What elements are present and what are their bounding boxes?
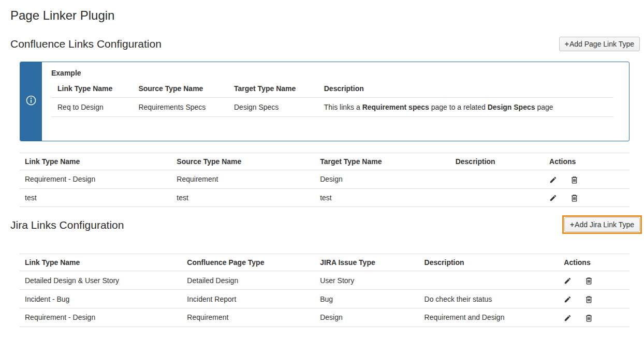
info-panel-content: Example Link Type Name Source Type Name … (42, 62, 629, 141)
column-header-link-type: Link Type Name (51, 79, 132, 98)
add-page-link-type-button[interactable]: + Add Page Link Type (559, 37, 640, 51)
table-row: Requirement - Design Requirement Design … (20, 308, 630, 327)
example-table: Link Type Name Source Type Name Target T… (51, 79, 613, 117)
column-header-page-type: Confluence Page Type (182, 254, 315, 271)
delete-icon[interactable] (585, 296, 593, 303)
column-header-description: Description (318, 79, 613, 98)
edit-icon[interactable] (564, 296, 572, 303)
cell-actions (544, 170, 630, 188)
cell-issue-type: Bug (315, 290, 419, 308)
column-header-target-type: Target Type Name (228, 79, 318, 98)
cell-actions (559, 271, 630, 290)
cell-link-type: Incident - Bug (20, 290, 182, 308)
cell-issue-type: User Story (315, 271, 419, 290)
table-row: Detailed Design & User Story Detailed De… (20, 271, 630, 290)
cell-target-type: test (315, 188, 450, 207)
cell-source-type: Requirements Specs (132, 97, 228, 116)
example-heading: Example (51, 69, 613, 77)
cell-actions (544, 188, 630, 207)
cell-link-type: test (20, 188, 171, 207)
table-header-row: Link Type Name Source Type Name Target T… (20, 153, 630, 170)
cell-link-type: Requirement - Design (20, 170, 171, 188)
cell-description (450, 170, 544, 188)
add-page-link-type-label: Add Page Link Type (569, 40, 634, 48)
cell-actions (559, 308, 630, 327)
jira-section-heading: Jira Links Configuration (10, 218, 124, 231)
info-panel: Example Link Type Name Source Type Name … (20, 62, 630, 141)
column-header-source-type: Source Type Name (171, 153, 315, 170)
delete-icon[interactable] (585, 314, 593, 322)
column-header-link-type: Link Type Name (20, 153, 171, 170)
edit-icon[interactable] (549, 176, 557, 184)
example-header-row: Link Type Name Source Type Name Target T… (51, 79, 613, 98)
cell-page-type: Requirement (182, 308, 315, 327)
jira-links-table: Link Type Name Confluence Page Type JIRA… (20, 254, 630, 327)
info-panel-sidebar (20, 62, 42, 141)
confluence-links-table: Link Type Name Source Type Name Target T… (20, 153, 630, 208)
table-header-row: Link Type Name Confluence Page Type JIRA… (20, 254, 630, 271)
table-row: Requirement - Design Requirement Design (20, 170, 630, 188)
cell-target-type: Design Specs (228, 97, 318, 116)
cell-description: Do check their status (419, 290, 559, 308)
delete-icon[interactable] (570, 194, 578, 202)
cell-actions (559, 290, 630, 308)
cell-description: This links a Requirement specs page to a… (318, 97, 613, 116)
plus-icon: + (570, 220, 574, 229)
plus-icon: + (565, 40, 569, 48)
delete-icon[interactable] (585, 277, 593, 285)
column-header-description: Description (450, 153, 544, 170)
column-header-issue-type: JIRA Issue Type (315, 254, 419, 271)
column-header-target-type: Target Type Name (315, 153, 450, 170)
example-row: Req to Design Requirements Specs Design … (51, 97, 613, 116)
cell-source-type: Requirement (171, 170, 315, 188)
cell-link-type: Requirement - Design (20, 308, 182, 327)
cell-description (419, 271, 559, 290)
edit-icon[interactable] (564, 277, 572, 285)
table-row: Incident - Bug Incident Report Bug Do ch… (20, 290, 630, 308)
column-header-actions: Actions (544, 153, 630, 170)
add-jira-link-type-button[interactable]: + Add Jira Link Type (564, 217, 640, 232)
table-row: test test test (20, 188, 630, 207)
page-title: Page Linker Plugin (10, 8, 640, 23)
cell-target-type: Design (315, 170, 450, 188)
cell-description: Requirement and Design (419, 308, 559, 327)
column-header-link-type: Link Type Name (20, 254, 182, 271)
add-jira-link-type-label: Add Jira Link Type (575, 220, 634, 229)
edit-icon[interactable] (549, 194, 557, 202)
column-header-description: Description (419, 254, 559, 271)
cell-link-type: Req to Design (51, 97, 132, 116)
confluence-section-heading: Confluence Links Configuration (10, 37, 162, 50)
confluence-section-header: Confluence Links Configuration + Add Pag… (10, 37, 640, 51)
cell-source-type: test (171, 188, 315, 207)
column-header-source-type: Source Type Name (132, 79, 228, 98)
cell-issue-type: Design (315, 308, 419, 327)
jira-section-header: Jira Links Configuration + Add Jira Link… (10, 215, 640, 234)
edit-icon[interactable] (564, 314, 572, 322)
cell-description (450, 188, 544, 207)
highlight-outline: + Add Jira Link Type (562, 215, 642, 234)
column-header-actions: Actions (559, 254, 630, 271)
info-icon (25, 95, 37, 108)
cell-page-type: Detailed Design (182, 271, 315, 290)
cell-page-type: Incident Report (182, 290, 315, 308)
delete-icon[interactable] (570, 176, 578, 184)
cell-link-type: Detailed Design & User Story (20, 271, 182, 290)
